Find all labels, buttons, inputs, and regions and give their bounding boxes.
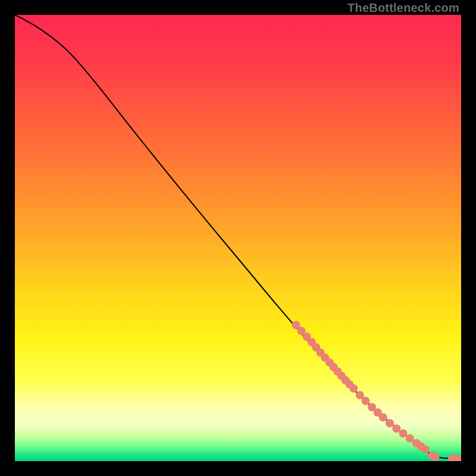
bottleneck-curve (15, 15, 461, 459)
plot-area (15, 15, 461, 461)
marker-point (386, 419, 394, 427)
chart-stage: TheBottleneck.com (0, 0, 476, 476)
marker-point (406, 434, 414, 443)
marker-point (362, 397, 370, 405)
marker-point (431, 453, 440, 461)
highlighted-markers (292, 321, 462, 461)
watermark-text: TheBottleneck.com (347, 1, 459, 15)
marker-point (399, 430, 408, 438)
marker-point (392, 424, 400, 433)
chart-overlay (15, 15, 461, 461)
marker-point (349, 384, 358, 393)
marker-point (421, 446, 430, 454)
marker-point (379, 414, 387, 422)
